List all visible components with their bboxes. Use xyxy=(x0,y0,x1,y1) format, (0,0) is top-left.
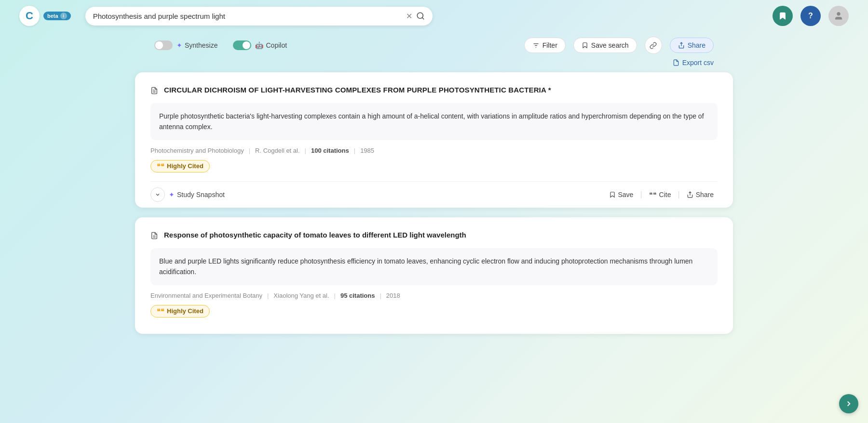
paper-year: 1985 xyxy=(360,147,374,154)
header: C beta i ✕ ? xyxy=(0,0,868,32)
main-content: CIRCULAR DICHROISM OF LIGHT-HARVESTING C… xyxy=(0,72,868,334)
avatar-button[interactable] xyxy=(828,6,849,26)
copilot-toggle[interactable] xyxy=(233,40,251,50)
collapse-button[interactable] xyxy=(150,187,165,202)
paper-year-2: 2018 xyxy=(386,292,400,299)
quote-icon-2: ❝❝ xyxy=(157,307,164,315)
share-icon xyxy=(678,42,685,49)
paper-title-row: CIRCULAR DICHROISM OF LIGHT-HARVESTING C… xyxy=(150,86,718,96)
highly-cited-badge: ❝❝ Highly Cited xyxy=(150,160,210,172)
save-search-button[interactable]: Save search xyxy=(573,38,637,53)
bookmark-button[interactable] xyxy=(773,6,793,26)
search-bar: ✕ xyxy=(85,7,433,26)
beta-badge: beta i xyxy=(43,12,71,20)
save-icon xyxy=(609,191,616,198)
cite-button[interactable]: ❝❝ Cite xyxy=(645,189,675,200)
export-csv-button[interactable]: Export csv xyxy=(673,59,714,66)
search-bar-wrapper: ✕ xyxy=(85,7,433,26)
synthesize-toggle-group: ✦ Synthesize xyxy=(154,40,217,50)
toolbar: ✦ Synthesize 🤖 Copilot Filter Save searc… xyxy=(0,32,868,59)
search-input[interactable] xyxy=(93,12,402,20)
sparkle-icon: ✦ xyxy=(176,41,182,49)
highly-cited-badge-2: ❝❝ Highly Cited xyxy=(150,305,210,317)
paper-authors-2: Xiaolong Yang et al. xyxy=(273,292,329,299)
search-clear-button[interactable]: ✕ xyxy=(406,12,412,21)
document-icon xyxy=(150,87,158,96)
filter-icon xyxy=(532,42,540,49)
paper-authors: R. Cogdell et al. xyxy=(255,147,300,154)
paper-title: CIRCULAR DICHROISM OF LIGHT-HARVESTING C… xyxy=(164,86,551,94)
search-submit-button[interactable] xyxy=(416,12,425,20)
quote-icon: ❝❝ xyxy=(157,162,164,170)
link-button[interactable] xyxy=(645,37,662,54)
save-search-icon xyxy=(582,42,588,49)
study-snapshot-button[interactable]: ✦ Study Snapshot xyxy=(169,191,225,198)
paper-card: CIRCULAR DICHROISM OF LIGHT-HARVESTING C… xyxy=(135,72,733,208)
share-paper-icon xyxy=(687,191,693,198)
paper-abstract-2: Blue and purple LED lights significantly… xyxy=(150,248,718,285)
link-icon xyxy=(650,42,657,49)
synthesize-label: ✦ Synthesize xyxy=(176,41,217,49)
paper-meta: Photochemistry and Photobiology | R. Cog… xyxy=(150,147,718,154)
paper-title-row-2: Response of photosynthetic capacity of t… xyxy=(150,231,718,241)
export-icon xyxy=(673,59,679,66)
help-icon: ? xyxy=(808,12,813,20)
copilot-label: 🤖 Copilot xyxy=(255,41,287,49)
actions-right: Save | ❝❝ Cite | Share xyxy=(605,189,718,200)
logo-icon: C xyxy=(19,6,40,26)
paper-journal-2: Environmental and Experimental Botany xyxy=(150,292,262,299)
paper-actions: ✦ Study Snapshot Save | ❝❝ Cite | xyxy=(150,181,718,208)
paper-journal: Photochemistry and Photobiology xyxy=(150,147,244,154)
logo-area: C beta i xyxy=(19,6,71,26)
copilot-icon: 🤖 xyxy=(255,41,263,49)
scroll-hint[interactable] xyxy=(839,394,858,413)
synthesize-toggle[interactable] xyxy=(154,40,173,50)
svg-point-2 xyxy=(837,13,841,16)
paper-citations: 100 citations xyxy=(311,147,349,154)
save-paper-button[interactable]: Save xyxy=(605,189,637,200)
paper-card-2: Response of photosynthetic capacity of t… xyxy=(135,217,733,334)
copilot-toggle-group: 🤖 Copilot xyxy=(233,40,287,50)
document-icon-2 xyxy=(150,232,158,241)
paper-title-2: Response of photosynthetic capacity of t… xyxy=(164,231,466,239)
info-icon: i xyxy=(60,13,67,19)
header-right: ? xyxy=(773,6,849,26)
paper-citations-2: 95 citations xyxy=(340,292,375,299)
export-row: Export csv xyxy=(0,59,868,72)
cite-icon: ❝❝ xyxy=(649,191,657,198)
filter-button[interactable]: Filter xyxy=(524,38,566,53)
share-button[interactable]: Share xyxy=(670,38,714,53)
paper-abstract: Purple photosynthetic bacteria's light-h… xyxy=(150,103,718,140)
svg-line-1 xyxy=(422,17,423,19)
paper-meta-2: Environmental and Experimental Botany | … xyxy=(150,292,718,299)
sparkle-icon-2: ✦ xyxy=(169,191,175,198)
help-button[interactable]: ? xyxy=(800,6,821,26)
share-paper-button[interactable]: Share xyxy=(683,189,718,200)
beta-label: beta xyxy=(47,13,58,19)
